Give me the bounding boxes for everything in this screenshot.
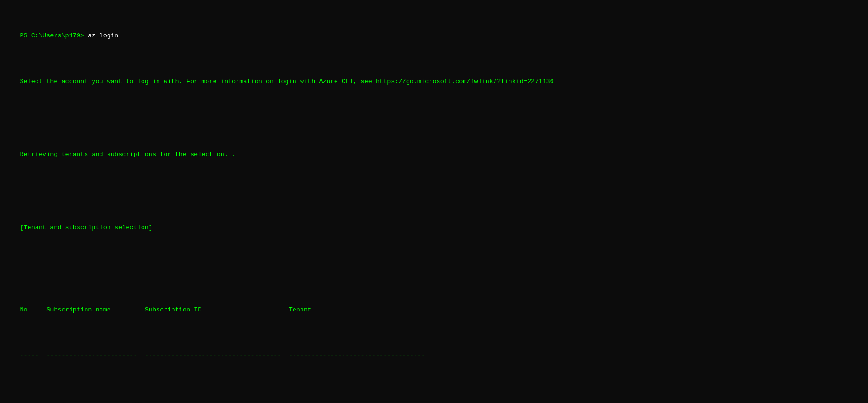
blank-2: [5, 186, 863, 196]
prompt-1: PS C:\Users\p179>: [20, 32, 84, 39]
prompt-line-1: PS C:\Users\p179> az login: [5, 22, 863, 49]
divider-no: -----: [20, 352, 46, 359]
divider-subid: ------------------------------------: [145, 352, 289, 359]
divider-tenant: ------------------------------------: [289, 352, 425, 359]
table-divider-row: ----- ------------------------ ---------…: [5, 342, 863, 369]
blank-1: [5, 113, 863, 123]
table-row-1: [1] Cloud██████████████████ ████████████…: [5, 396, 863, 403]
tenant-selection-header: [Tenant and subscription selection]: [5, 214, 863, 241]
table-header-row: No Subscription name Subscription ID Ten…: [5, 296, 863, 324]
divider-subname: ------------------------: [46, 352, 145, 359]
col-subname-header: Subscription name: [46, 306, 145, 313]
info-line-1: Select the account you want to log in wi…: [5, 68, 863, 95]
col-subid-header: Subscription ID: [145, 306, 289, 313]
retrieving-text: Retrieving tenants and subscriptions for…: [20, 151, 236, 158]
col-no-header: No: [20, 306, 46, 313]
tenant-selection-text: [Tenant and subscription selection]: [20, 224, 152, 231]
select-account-text: Select the account you want to log in wi…: [20, 78, 553, 85]
retrieving-line: Retrieving tenants and subscriptions for…: [5, 141, 863, 168]
blank-3: [5, 260, 863, 269]
terminal-window: PS C:\Users\p179> az login Select the ac…: [5, 4, 863, 403]
col-tenant-header: Tenant: [289, 306, 312, 313]
command-1: az login: [84, 32, 118, 39]
